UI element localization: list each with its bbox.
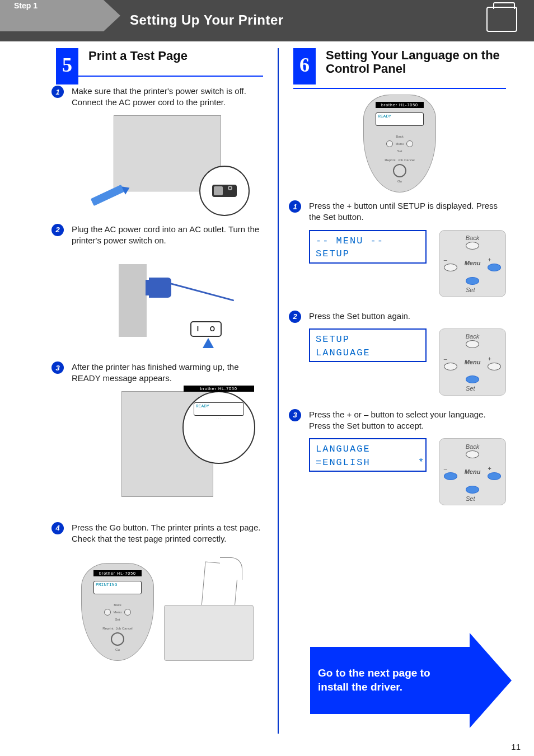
- right-column: 6 Setting Your Language on the Control P…: [293, 48, 506, 734]
- section-number-right: 6: [293, 48, 316, 84]
- jobcancel-label-r: Job Cancel: [398, 158, 415, 162]
- keypad-minus: –: [444, 255, 457, 271]
- plus-button-icon: [124, 609, 131, 616]
- reprint-label-r: Reprint: [385, 158, 395, 162]
- bullet-2: 2: [51, 224, 64, 236]
- left-step-4-figure: brother HL-7050 PRINTING Back Menu: [72, 551, 263, 680]
- content-columns: 5 Print a Test Page 1 Make sure that the…: [56, 48, 506, 734]
- right-step-3-text: Press the + or – button to select your l…: [309, 409, 506, 432]
- left-step-1: 1 Make sure that the printer's power swi…: [66, 86, 263, 210]
- minus-button-icon: [104, 609, 111, 616]
- keypad-back-btn: [466, 242, 479, 250]
- set-label-r: Set: [397, 149, 402, 153]
- page-title: Setting Up Your Printer: [130, 12, 284, 28]
- lcd-language-english: LANGUAGE =ENGLISH *: [309, 438, 427, 472]
- control-panel-illustration: brother HL-7050 PRINTING Back Menu: [81, 563, 154, 661]
- bullet-r1: 1: [289, 200, 301, 213]
- go-button-icon: [111, 632, 124, 646]
- lcd-printing-text: PRINTING: [94, 581, 141, 588]
- keypad3-back-btn: [466, 450, 479, 458]
- wall-outlet-icon: [119, 264, 147, 337]
- keypad3-minus-btn-highlight: [444, 472, 457, 480]
- keypad-plus: +: [488, 255, 501, 271]
- next-page-arrow: Go to the next page to install the drive…: [310, 644, 512, 717]
- left-step-3: 3 After the printer has finished warming…: [66, 361, 263, 509]
- printer-output-illustration: [164, 563, 254, 661]
- set-label: Set: [115, 618, 120, 621]
- right-step-3-figure: LANGUAGE =ENGLISH * Back – Menu + Set: [309, 438, 506, 505]
- keypad-3: Back – Menu + Set: [439, 438, 506, 505]
- keypad3-minus: –: [444, 463, 457, 480]
- page: Step 1 Setting Up Your Printer 5 Print a…: [0, 0, 534, 756]
- keypad2-menu-label: Menu: [465, 359, 481, 365]
- right-step-1-figure: -- MENU -- SETUP Back – Menu + Set: [309, 230, 506, 297]
- lcd-brand-3: brother HL-7050: [376, 102, 424, 108]
- section-rule-right: [293, 88, 506, 89]
- section-heading-right: Setting Your Language on the Control Pan…: [326, 49, 506, 76]
- keypad-set-label: Set: [466, 277, 479, 294]
- plug-icon: [149, 278, 171, 298]
- page-number: 11: [511, 742, 521, 752]
- cord-icon: [169, 283, 235, 302]
- left-step-1-figure: [72, 115, 263, 210]
- bullet-r3: 3: [289, 409, 301, 421]
- lcd-screen: READY: [194, 402, 244, 416]
- panel-buttons-small: · · ·: [217, 417, 221, 420]
- left-column: 5 Print a Test Page 1 Make sure that the…: [56, 48, 263, 734]
- back-label: Back: [114, 603, 121, 607]
- arrow-head-icon: [470, 633, 512, 728]
- section-number-left: 5: [56, 48, 78, 84]
- keypad3-back: Back: [466, 442, 479, 458]
- keypad2-set-btn-highlight: [466, 375, 479, 383]
- inset-lcd-ready: brother HL-7050 READY · · ·: [182, 391, 255, 464]
- keypad2-back-btn: [466, 340, 479, 348]
- back-label-r: Back: [396, 135, 403, 138]
- keypad-set-btn-highlight: [466, 277, 479, 285]
- menu-label: Menu: [113, 611, 121, 614]
- keypad2-minus-btn: [444, 363, 457, 370]
- lcd-ready-text: READY: [194, 403, 243, 409]
- lcd-screen-3: READY: [376, 112, 424, 126]
- keypad2-plus: +: [488, 354, 501, 370]
- right-step-2: 2 Press the Set button again. SETUP LANG…: [303, 311, 506, 396]
- right-step-2-text: Press the Set button again.: [309, 311, 506, 322]
- bullet-3: 3: [51, 361, 64, 374]
- bullet-r2: 2: [289, 311, 301, 323]
- column-divider: [278, 48, 279, 734]
- reprint-label: Reprint: [102, 627, 113, 630]
- printer-body-icon: [164, 605, 254, 661]
- right-step-3: 3 Press the + or – button to select your…: [303, 409, 506, 506]
- go-label: Go: [115, 648, 120, 651]
- left-step-4: 4 Press the Go button. The printer print…: [66, 522, 263, 680]
- left-step-2: 2 Plug the AC power cord into an AC outl…: [66, 224, 263, 349]
- inset-switch-off: [199, 166, 250, 216]
- section-rule-left: [56, 76, 263, 77]
- printer-icon: [486, 7, 517, 32]
- lcd-screen-2: PRINTING: [93, 581, 142, 594]
- go-label-r: Go: [397, 180, 402, 183]
- lcd-brand: brother HL-7050: [184, 386, 254, 392]
- keypad-plus-btn-highlight: [488, 264, 501, 271]
- control-panel-illustration-right: brother HL-7050 READY Back Menu Set Repr…: [363, 95, 436, 192]
- keypad3-set-btn-highlight: [466, 486, 479, 494]
- header-step-label: Step 1: [14, 1, 38, 10]
- keypad2-minus: –: [444, 354, 457, 370]
- keypad-1: Back – Menu + Set: [439, 230, 506, 297]
- jobcancel-label: Job Cancel: [116, 627, 133, 630]
- section-heading-left: Print a Test Page: [88, 49, 263, 63]
- go-button-icon-r: [393, 164, 406, 177]
- keypad-menu-label: Menu: [465, 260, 481, 266]
- bullet-1: 1: [51, 86, 64, 98]
- left-step-4-text: Press the Go button. The printer prints …: [72, 522, 263, 545]
- keypad2-plus-btn: [488, 363, 501, 370]
- hand-icon: [220, 557, 242, 580]
- right-step-1-text: Press the + button until SETUP is displa…: [309, 200, 506, 223]
- right-step-2-figure: SETUP LANGUAGE Back – Menu + Set: [309, 328, 506, 396]
- keypad-minus-btn: [444, 264, 457, 271]
- keypad2-set: Set: [466, 375, 479, 392]
- keypad3-set: Set: [466, 486, 479, 503]
- left-step-3-figure: brother HL-7050 READY · · ·: [72, 391, 263, 509]
- keypad3-menu-label: Menu: [465, 468, 481, 475]
- next-page-arrow-text: Go to the next page to install the drive…: [318, 666, 430, 694]
- keypad2-back: Back: [466, 331, 479, 348]
